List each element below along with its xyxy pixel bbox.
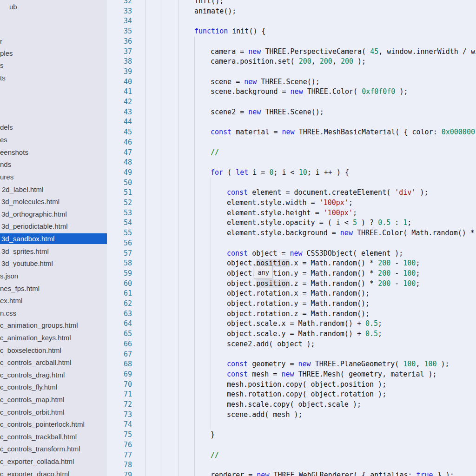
line-number[interactable]: 40 xyxy=(107,77,132,87)
code-line[interactable]: 58object.position.x = Math.random() * 20… xyxy=(107,258,476,268)
code-line[interactable]: 39 xyxy=(107,66,476,77)
code-line[interactable]: 71mesh.rotation.copy( object.rotation ); xyxy=(107,389,476,399)
line-number[interactable]: 46 xyxy=(107,137,132,147)
code-line[interactable]: 48 xyxy=(107,157,476,167)
line-number[interactable]: 71 xyxy=(107,389,132,399)
line-number[interactable]: 59 xyxy=(107,268,132,278)
code-line[interactable]: 37camera = new THREE.PerspectiveCamera( … xyxy=(107,46,476,57)
line-number[interactable]: 69 xyxy=(107,369,132,379)
sidebar-item[interactable]: 3d_periodictable.html xyxy=(0,221,107,231)
line-number[interactable]: 48 xyxy=(107,157,132,167)
sidebar-item[interactable]: r xyxy=(0,36,107,46)
line-number[interactable]: 67 xyxy=(107,349,132,359)
code-line[interactable]: 46 xyxy=(107,137,476,147)
line-number[interactable]: 62 xyxy=(107,298,132,309)
sidebar-item[interactable]: n.css xyxy=(0,308,107,318)
sidebar-item[interactable]: c_controls_fly.html xyxy=(0,382,107,392)
sidebar-item[interactable]: ures xyxy=(0,172,107,182)
code-line[interactable]: 45const material = new THREE.MeshBasicMa… xyxy=(107,127,476,137)
code-line[interactable]: 70mesh.position.copy( object.position ); xyxy=(107,379,476,390)
code-line[interactable]: 77// xyxy=(107,450,476,460)
sidebar-item[interactable]: 3d_youtube.html xyxy=(0,258,107,269)
sidebar-item[interactable]: nds xyxy=(0,159,107,170)
line-number[interactable]: 54 xyxy=(107,218,132,228)
line-number[interactable]: 68 xyxy=(107,359,132,369)
code-line[interactable]: 36 xyxy=(107,36,476,46)
line-number[interactable]: 70 xyxy=(107,379,132,390)
line-number[interactable]: 74 xyxy=(107,419,132,430)
sidebar-item[interactable]: 3d_molecules.html xyxy=(0,196,107,207)
line-number[interactable]: 43 xyxy=(107,107,132,117)
code-line[interactable]: 74 xyxy=(107,419,476,430)
code-line[interactable]: 78 xyxy=(107,460,476,470)
line-number[interactable]: 41 xyxy=(107,86,132,97)
code-line[interactable]: 38camera.position.set( 200, 200, 200 ); xyxy=(107,56,476,66)
code-line[interactable]: 60object.position.z = Math.random() * 20… xyxy=(107,278,476,289)
line-number[interactable]: 63 xyxy=(107,309,132,319)
code-line[interactable]: 41scene.background = new THREE.Color( 0x… xyxy=(107,86,476,97)
line-number[interactable]: 33 xyxy=(107,6,132,16)
sidebar-item[interactable]: nes_fps.html xyxy=(0,283,107,294)
line-number[interactable]: 76 xyxy=(107,440,132,450)
code-line[interactable]: 51const element = document.createElement… xyxy=(107,187,476,198)
code-line[interactable]: 72mesh.scale.copy( object.scale ); xyxy=(107,399,476,410)
line-number[interactable]: 66 xyxy=(107,339,132,349)
sidebar-item[interactable]: c_controls_arcball.html xyxy=(0,357,107,368)
sidebar-item[interactable]: 3d_sprites.html xyxy=(0,246,107,257)
sidebar-item[interactable]: dels xyxy=(0,122,107,132)
sidebar-item[interactable]: s xyxy=(0,60,107,71)
line-number[interactable]: 53 xyxy=(107,208,132,218)
sidebar-item[interactable]: c_animation_keys.html xyxy=(0,332,107,343)
code-line[interactable]: 61object.rotation.x = Math.random(); xyxy=(107,288,476,298)
code-line[interactable]: 69const mesh = new THREE.Mesh( geometry,… xyxy=(107,369,476,379)
code-line[interactable]: 68const geometry = new THREE.PlaneGeomet… xyxy=(107,359,476,369)
line-number[interactable]: 58 xyxy=(107,258,132,268)
code-line[interactable]: 52element.style.width = '100px'; xyxy=(107,198,476,208)
line-number[interactable]: 77 xyxy=(107,450,132,460)
line-number[interactable]: 78 xyxy=(107,460,132,470)
sidebar-item[interactable]: eenshots xyxy=(0,147,107,158)
code-line[interactable]: 64object.scale.x = Math.random() + 0.5; xyxy=(107,318,476,329)
line-number[interactable]: 35 xyxy=(107,26,132,36)
line-number[interactable]: 37 xyxy=(107,46,132,57)
line-number[interactable]: 65 xyxy=(107,329,132,339)
sidebar-item[interactable]: c_controls_map.html xyxy=(0,394,107,405)
code-line[interactable]: 73scene.add( mesh ); xyxy=(107,410,476,420)
code-line[interactable]: 53element.style.height = '100px'; xyxy=(107,208,476,218)
sidebar-item[interactable]: es xyxy=(0,134,107,145)
code-line[interactable]: 44 xyxy=(107,117,476,127)
code-line[interactable]: 40scene = new THREE.Scene(); xyxy=(107,77,476,87)
sidebar-item[interactable]: 2d_label.html xyxy=(0,184,107,195)
code-line[interactable]: 33animate(); xyxy=(107,6,476,16)
sidebar-item[interactable]: ex.html xyxy=(0,295,107,306)
code-line[interactable]: 56 xyxy=(107,238,476,248)
code-line[interactable]: 50 xyxy=(107,178,476,188)
code-line[interactable]: 43scene2 = new THREE.Scene(); xyxy=(107,107,476,117)
code-line[interactable]: 35function init() { xyxy=(107,26,476,36)
line-number[interactable]: 44 xyxy=(107,117,132,127)
code-line[interactable]: 49for ( let i = 0; i < 10; i ++ ) { xyxy=(107,167,476,178)
code-line[interactable]: 54element.style.opacity = ( i < 5 ) ? 0.… xyxy=(107,218,476,228)
sidebar-item[interactable]: c_controls_drag.html xyxy=(0,370,107,380)
line-number[interactable]: 38 xyxy=(107,56,132,66)
line-number[interactable]: 64 xyxy=(107,318,132,329)
line-number[interactable]: 50 xyxy=(107,178,132,188)
sidebar-item[interactable]: c_exporter_collada.html xyxy=(0,456,107,467)
line-number[interactable]: 60 xyxy=(107,278,132,289)
line-number[interactable]: 55 xyxy=(107,228,132,238)
line-number[interactable]: 73 xyxy=(107,410,132,420)
line-number[interactable]: 72 xyxy=(107,399,132,410)
sidebar-item[interactable]: c_controls_trackball.html xyxy=(0,431,107,442)
code-line[interactable]: 34 xyxy=(107,16,476,26)
code-line[interactable]: 59object.position.y = Math.random() * 20… xyxy=(107,268,476,278)
code-line[interactable]: 47// xyxy=(107,147,476,158)
code-line[interactable]: 32init(); xyxy=(107,0,476,6)
sidebar-item[interactable]: c_animation_groups.html xyxy=(0,320,107,331)
sidebar-item-selected[interactable]: 3d_sandbox.html xyxy=(0,233,107,244)
line-number[interactable]: 57 xyxy=(107,248,132,258)
line-number[interactable]: 52 xyxy=(107,198,132,208)
line-number[interactable]: 34 xyxy=(107,16,132,26)
sidebar-item[interactable]: ub xyxy=(0,1,107,12)
line-number[interactable]: 39 xyxy=(107,66,132,77)
line-number[interactable]: 42 xyxy=(107,97,132,107)
